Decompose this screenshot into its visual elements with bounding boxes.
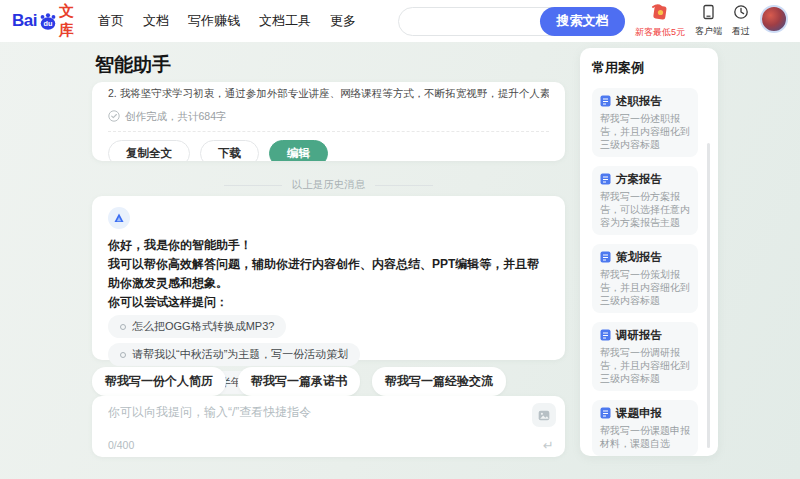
case-title: 述职报告 [616,94,662,109]
creation-status: 创作完成，共计684字 [108,110,549,124]
logo-wenku-text: 文库 [59,2,74,40]
nav-item-write-earn[interactable]: 写作赚钱 [188,12,240,30]
doc-icon [600,329,611,343]
quick-prompt-chips: 帮我写一份个人简历 帮我写一篇承诺书 帮我写一篇经验交流 [92,367,506,396]
header-right-group: 新客最低5元 客户端 看过 [635,4,788,39]
case-planning-report[interactable]: 策划报告 帮我写一份策划报告，并且内容细化到三级内容标题 [592,244,698,313]
phone-icon [701,4,716,24]
enter-key-icon: ↵ [543,438,554,453]
case-project-application[interactable]: 课题申报 帮我写一份课题申报材料，课题自选 [592,400,698,456]
case-title: 策划报告 [616,250,662,265]
nav-item-more[interactable]: 更多 [330,12,356,30]
assistant-greeting: 你好，我是你的智能助手！ [108,236,549,255]
red-packet-icon [650,4,670,25]
case-proposal-report[interactable]: 方案报告 帮我写一份方案报告，可以选择任意内容为方案报告主题 [592,166,698,235]
image-upload-button[interactable] [532,403,556,427]
client-entry[interactable]: 客户端 [695,4,722,38]
case-desc: 帮我写一份策划报告，并且内容细化到三级内容标题 [600,268,690,307]
case-debrief-report[interactable]: 述职报告 帮我写一份述职报告，并且内容细化到三级内容标题 [592,88,698,157]
clock-icon [733,4,749,24]
promo-label: 新客最低5元 [635,26,685,39]
case-desc: 帮我写一份课题申报材料，课题自选 [600,424,690,450]
doc-icon [600,173,611,187]
doc-icon [600,95,611,109]
history-divider: 以上是历史消息 [92,178,565,192]
assistant-try-label: 你可以尝试这样提问： [108,293,549,312]
case-desc: 帮我写一份方案报告，可以选择任意内容为方案报告主题 [600,190,690,229]
page-title: 智能助手 [95,52,171,78]
doc-icon [600,407,611,421]
dashed-divider [108,131,549,132]
assistant-intro: 我可以帮你高效解答问题，辅助你进行内容创作、内容总结、PPT编辑等，并且帮助你激… [108,255,549,293]
assistant-message-card: 你好，我是你的智能助手！ 我可以帮你高效解答问题，辅助你进行内容创作、内容总结、… [92,196,565,360]
search-docs-button[interactable]: 搜索文档 [540,7,625,36]
divider-line [375,185,433,186]
nav-item-home[interactable]: 首页 [98,12,124,30]
bullet-circle-icon [120,352,126,358]
sidebar-scrollbar[interactable] [707,143,710,448]
download-button[interactable]: 下载 [200,140,259,161]
suggestion-ogg-to-mp3[interactable]: 怎么把OGG格式转换成MP3? [108,315,286,338]
svg-text:du: du [44,19,53,28]
bullet-circle-icon [120,324,126,330]
logo-bai-text: Bai [12,11,37,31]
doc-icon [600,251,611,265]
promo-entry[interactable]: 新客最低5元 [635,4,685,39]
history-actions: 复制全文 下载 编辑 [108,140,549,161]
user-avatar[interactable] [760,5,788,33]
copy-all-button[interactable]: 复制全文 [108,140,190,161]
char-counter: 0/400 [108,439,134,451]
creation-status-text: 创作完成，共计684字 [125,110,227,124]
assistant-avatar-icon [108,207,130,229]
check-circle-icon [108,110,120,124]
case-title: 课题申报 [616,406,662,421]
generated-text-excerpt: 2. 我将坚守求学习初衷，通过参加外部专业讲座、网络课程等方式，不断拓宽视野，提… [108,85,549,101]
image-icon [538,409,550,422]
case-desc: 帮我写一份调研报告，并且内容细化到三级内容标题 [600,346,690,385]
history-message-card: 2. 我将坚守求学习初衷，通过参加外部专业讲座、网络课程等方式，不断拓宽视野，提… [92,82,565,161]
edit-button[interactable]: 编辑 [269,140,328,161]
client-label: 客户端 [695,25,722,38]
suggestion-label: 怎么把OGG格式转换成MP3? [132,319,274,334]
nav-item-docs[interactable]: 文档 [143,12,169,30]
chip-experience-exchange[interactable]: 帮我写一篇经验交流 [372,367,506,396]
case-research-report[interactable]: 调研报告 帮我写一份调研报告，并且内容细化到三级内容标题 [592,322,698,391]
baidu-wenku-logo[interactable]: Bai du 文库 [12,2,74,40]
viewed-entry[interactable]: 看过 [732,4,750,38]
search-bar: 搜索文档 [398,7,625,36]
chip-commitment-letter[interactable]: 帮我写一篇承诺书 [238,367,360,396]
common-cases-title: 常用案例 [592,59,706,77]
suggestion-midautumn-plan[interactable]: 请帮我以“中秋活动”为主题，写一份活动策划 [108,343,360,366]
baidu-paw-icon: du [38,11,58,31]
suggestion-label: 请帮我以“中秋活动”为主题，写一份活动策划 [132,347,348,362]
chip-resume[interactable]: 帮我写一份个人简历 [92,367,226,396]
main-nav: 首页 文档 写作赚钱 文档工具 更多 [98,12,356,30]
history-divider-label: 以上是历史消息 [292,178,366,192]
divider-line [224,185,282,186]
case-title: 方案报告 [616,172,662,187]
prompt-input[interactable] [108,404,525,432]
case-desc: 帮我写一份述职报告，并且内容细化到三级内容标题 [600,112,690,151]
message-composer: 0/400 ↵ [92,396,565,457]
viewed-label: 看过 [732,25,750,38]
common-cases-panel: 常用案例 述职报告 帮我写一份述职报告，并且内容细化到三级内容标题 方案报告 帮… [580,48,718,456]
top-header: Bai du 文库 首页 文档 写作赚钱 文档工具 更多 搜索文档 [0,0,800,42]
nav-item-doc-tools[interactable]: 文档工具 [259,12,311,30]
case-title: 调研报告 [616,328,662,343]
